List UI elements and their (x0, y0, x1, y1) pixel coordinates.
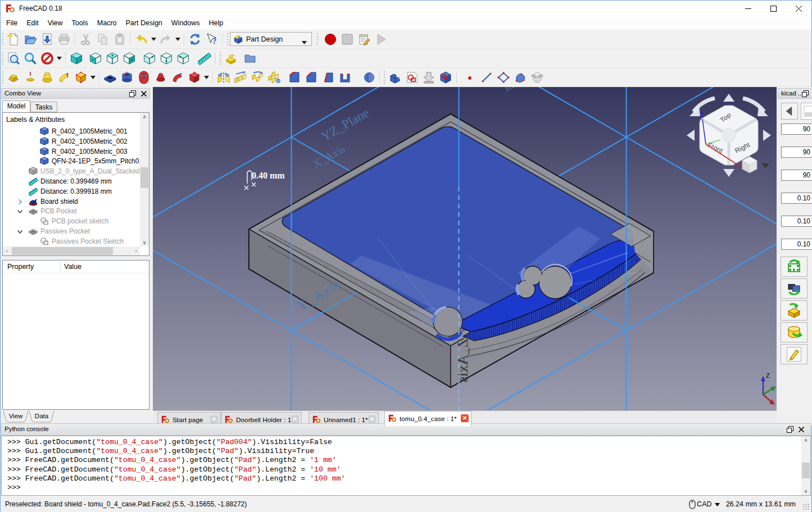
kicad-pencil-edit-button[interactable] (781, 344, 808, 364)
paste-button[interactable] (111, 31, 128, 48)
tree-horizontal-scrollbar[interactable]: ‹ › (3, 246, 140, 255)
toolbar-grip[interactable] (1, 32, 5, 47)
console-scrollbar[interactable]: ∧ ∨ (801, 436, 810, 495)
kicad-field-4[interactable]: 0.10 (781, 216, 812, 227)
menu-windows[interactable]: Windows (167, 17, 205, 30)
draw-style-button[interactable] (39, 50, 56, 67)
additive-primitive-button[interactable] (72, 69, 89, 86)
subtractive-loft-button[interactable] (152, 69, 169, 86)
view-iso-button[interactable] (68, 50, 85, 67)
revolution-button[interactable] (22, 69, 39, 86)
value-column-header[interactable]: Value (64, 263, 81, 271)
refresh-button[interactable] (187, 31, 203, 48)
save-button[interactable] (39, 31, 56, 48)
sketch-bspline-button[interactable] (512, 69, 529, 86)
macro-stop-button[interactable] (339, 31, 356, 48)
close-tab-icon[interactable]: ✕ (368, 415, 376, 423)
zoom-box-button[interactable] (22, 50, 39, 67)
macro-edit-button[interactable] (356, 31, 373, 48)
toolbar-grip[interactable] (1, 51, 5, 66)
print-button[interactable] (56, 31, 72, 48)
toolbar-dropdown-icon[interactable] (56, 50, 63, 67)
tab-model[interactable]: Model (2, 100, 30, 112)
kicad-field-2[interactable]: 90 (781, 170, 812, 181)
view-left-button[interactable] (175, 50, 192, 67)
close-tab-icon[interactable]: ✕ (210, 415, 218, 423)
scroll-down-icon[interactable]: ∨ (140, 239, 149, 246)
sketch-rhombus-button[interactable] (495, 69, 512, 86)
sheep-button[interactable] (529, 69, 546, 86)
view-bottom-button[interactable] (158, 50, 175, 67)
whatsthis-button[interactable]: ? (203, 31, 220, 48)
3d-viewport[interactable]: YZ_Plane X_Axis Y_Axis Z_Axis ne 0.40 mm (153, 87, 777, 410)
scroll-right-icon[interactable]: › (132, 246, 140, 255)
menu-help[interactable]: Help (205, 17, 228, 30)
cut-button[interactable] (78, 31, 94, 48)
measure-distance-button[interactable] (196, 50, 213, 67)
subtractive-primitive-button[interactable] (186, 69, 203, 86)
sketch-line-button[interactable] (478, 69, 495, 86)
menu-part-design[interactable]: Part Design (121, 17, 167, 30)
additive-pipe-button[interactable] (56, 69, 72, 86)
view-rear-button[interactable] (141, 50, 158, 67)
groove-button[interactable] (135, 69, 152, 86)
kicad-field-1[interactable]: 90 (781, 147, 812, 158)
scrollbar-thumb[interactable] (12, 247, 113, 255)
menu-file[interactable]: File (2, 17, 22, 30)
toolbar-grip[interactable] (315, 32, 320, 47)
title-bar[interactable]: FreeCAD 0.18 (1, 1, 811, 17)
tab-data[interactable]: Data (29, 411, 55, 422)
minimize-button[interactable] (736, 1, 761, 17)
fillet-button[interactable] (286, 69, 303, 86)
tree-expander-icon[interactable] (17, 228, 23, 234)
tree-expander-icon[interactable] (17, 198, 23, 204)
close-panel-icon[interactable] (798, 426, 805, 433)
tree-expander-icon[interactable] (17, 208, 23, 213)
scrollbar-thumb[interactable] (140, 167, 148, 188)
additive-loft-button[interactable] (39, 69, 56, 86)
navcube-minicube-icon[interactable] (742, 157, 757, 173)
undo-button[interactable] (133, 31, 150, 48)
toolbar-grip[interactable] (218, 51, 223, 66)
sketch-point-button[interactable] (461, 69, 478, 86)
view-top-button[interactable] (104, 50, 121, 67)
close-tab-icon[interactable]: ✕ (461, 414, 469, 422)
kicad-field-3[interactable]: 0.10 (781, 193, 812, 204)
toolbar-dropdown-icon[interactable] (174, 31, 182, 48)
kicad-pcb-import-button[interactable] (781, 257, 808, 277)
open-folder-button[interactable] (22, 31, 39, 48)
toolbar-dropdown-icon[interactable] (203, 69, 210, 86)
float-panel-icon[interactable] (129, 90, 136, 97)
pocket-button[interactable] (102, 69, 119, 86)
linear-pattern-button[interactable] (232, 69, 249, 86)
draft-button[interactable] (320, 69, 337, 86)
polar-pattern-button[interactable] (249, 69, 266, 86)
menu-macro[interactable]: Macro (93, 17, 121, 30)
close-button[interactable] (786, 1, 811, 17)
close-tab-icon[interactable]: ✕ (291, 415, 299, 423)
toolbar-grip[interactable] (1, 70, 5, 85)
kicad-field-0[interactable]: 90 (781, 124, 812, 135)
document-tab-tomu-0-4-case-1[interactable]: tomu_0.4_case : 1*✕ (384, 411, 471, 426)
workbench-selector[interactable]: Part Design (230, 32, 312, 46)
toolbar-dropdown-icon[interactable] (150, 31, 157, 48)
menu-view[interactable]: View (43, 17, 67, 30)
mirrored-button[interactable] (215, 69, 232, 86)
shapebinder-button[interactable] (437, 69, 454, 86)
kicad-blank-button[interactable] (801, 103, 812, 120)
fit-all-button[interactable] (5, 50, 22, 67)
maximize-button[interactable] (761, 1, 786, 17)
scrollbar-thumb[interactable] (802, 463, 810, 478)
boolean-sphere-button[interactable] (360, 69, 377, 86)
menu-tools[interactable]: Tools (67, 17, 93, 30)
view-front-button[interactable] (87, 50, 104, 67)
kicad-field-5[interactable]: 0.10 (781, 239, 812, 250)
redo-button[interactable] (157, 31, 174, 48)
chamfer-button[interactable] (303, 69, 320, 86)
kicad-ics-export-button[interactable] (781, 278, 808, 299)
scroll-down-icon[interactable]: ∨ (801, 487, 810, 495)
macro-play-button[interactable] (373, 31, 389, 48)
scroll-left-icon[interactable]: ‹ (3, 246, 11, 255)
copy-button[interactable] (94, 31, 111, 48)
hole-button[interactable] (119, 69, 135, 86)
